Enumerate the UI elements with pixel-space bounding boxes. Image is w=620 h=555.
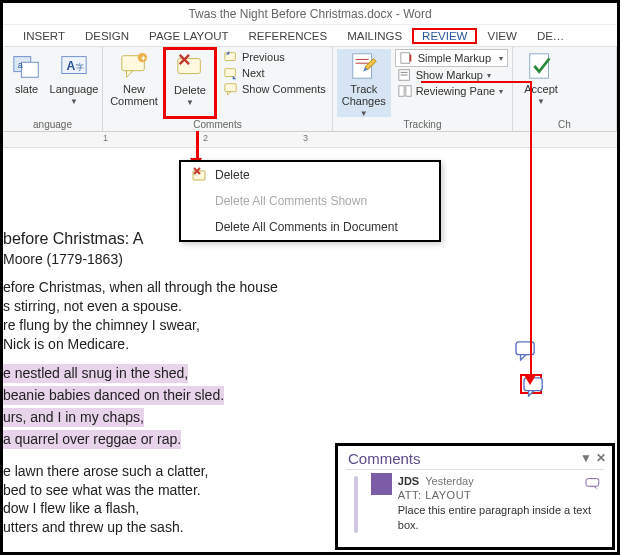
new-comment-label: New Comment — [110, 83, 158, 107]
reply-icon[interactable] — [584, 478, 602, 495]
tab-insert[interactable]: INSERT — [13, 30, 75, 42]
menu-delete-all-shown: Delete All Comments Shown — [181, 188, 439, 214]
accept-button[interactable]: Accept ▼ — [517, 49, 565, 117]
tab-references[interactable]: REFERENCES — [239, 30, 338, 42]
avatar — [371, 473, 392, 495]
chevron-down-icon: ▼ — [70, 97, 78, 106]
ribbon-tabs: INSERT DESIGN PAGE LAYOUT REFERENCES MAI… — [3, 25, 617, 47]
close-icon[interactable]: ✕ — [596, 451, 606, 465]
delete-dropdown-menu: Delete Delete All Comments Shown Delete … — [179, 160, 441, 242]
next-label: Next — [242, 67, 265, 79]
app-window: Twas the Night Before Christmas.docx - W… — [0, 0, 620, 555]
chevron-down-icon: ▼ — [360, 109, 368, 118]
show-comments-icon — [224, 82, 238, 96]
svg-rect-14 — [225, 84, 236, 92]
track-changes-button[interactable]: Track Changes ▼ — [337, 49, 391, 117]
menu-delete-all-shown-label: Delete All Comments Shown — [215, 194, 367, 208]
svg-rect-31 — [586, 478, 599, 486]
tab-review[interactable]: REVIEW — [412, 28, 477, 44]
track-changes-icon — [349, 51, 379, 81]
svg-rect-1 — [21, 62, 38, 77]
new-comment-icon: ✦ — [119, 51, 149, 81]
menu-delete-label: Delete — [215, 168, 250, 182]
reviewing-pane-button[interactable]: Reviewing Pane ▾ — [395, 83, 508, 99]
previous-label: Previous — [242, 51, 285, 63]
translate-label: slate — [15, 83, 38, 95]
next-icon — [224, 66, 238, 80]
chevron-down-icon[interactable]: ▼ — [580, 451, 592, 465]
menu-delete-all-document-label: Delete All Comments in Document — [215, 220, 398, 234]
svg-rect-23 — [399, 86, 404, 97]
ribbon: a slate A字 Language ▼ anguage ✦ — [3, 47, 617, 132]
group-tracking: Track Changes ▼ Simple Markup ▾ Show Mar… — [333, 47, 513, 131]
doc-text-highlighted: beanie babies danced on their sled. — [3, 386, 224, 405]
tab-page-layout[interactable]: PAGE LAYOUT — [139, 30, 238, 42]
previous-comment-button[interactable]: Previous — [221, 49, 329, 65]
tab-mailings[interactable]: MAILINGS — [337, 30, 412, 42]
display-for-review-label: Simple Markup — [418, 52, 491, 64]
doc-text: efore Christmas, when all through the ho… — [3, 278, 617, 297]
group-label-changes: Ch — [513, 119, 616, 130]
language-button[interactable]: A字 Language ▼ — [50, 49, 98, 117]
chevron-down-icon: ▾ — [487, 71, 491, 80]
markup-icon — [400, 51, 414, 65]
delete-comment-icon — [175, 52, 205, 82]
comment-author: JDS — [398, 475, 419, 487]
svg-text:a: a — [17, 60, 23, 70]
tab-view[interactable]: VIEW — [477, 30, 526, 42]
delete-comment-icon — [191, 167, 207, 183]
doc-byline: Moore (1779-1863) — [3, 250, 617, 269]
horizontal-ruler[interactable]: 1 2 3 — [3, 132, 617, 148]
show-markup-label: Show Markup — [416, 69, 483, 81]
svg-rect-9 — [178, 59, 201, 74]
group-changes: Accept ▼ Ch — [513, 47, 617, 131]
menu-delete[interactable]: Delete — [181, 162, 439, 188]
doc-text: s stirring, not even a spouse. — [3, 297, 617, 316]
show-comments-button[interactable]: Show Comments — [221, 81, 329, 97]
group-label-language: anguage — [3, 119, 102, 130]
comment-item[interactable]: JDSYesterday ATT: LAYOUT Place this enti… — [338, 470, 612, 547]
svg-rect-25 — [530, 54, 549, 78]
language-icon: A字 — [59, 51, 89, 81]
chevron-down-icon: ▾ — [499, 87, 503, 96]
translate-button[interactable]: a slate — [7, 49, 46, 117]
svg-text:字: 字 — [76, 62, 84, 72]
tab-design[interactable]: DESIGN — [75, 30, 139, 42]
accept-icon — [526, 51, 556, 81]
new-comment-button[interactable]: ✦ New Comment — [107, 49, 161, 117]
menu-delete-all-document[interactable]: Delete All Comments in Document — [181, 214, 439, 240]
doc-text: re flung by the chimney I swear, — [3, 316, 617, 335]
group-language: a slate A字 Language ▼ anguage — [3, 47, 103, 131]
doc-text-highlighted: e nestled all snug in the shed, — [3, 364, 188, 383]
group-comments: ✦ New Comment Delete ▼ — [103, 47, 333, 131]
svg-rect-24 — [406, 86, 411, 97]
track-changes-label: Track Changes — [341, 83, 387, 107]
svg-rect-18 — [401, 53, 410, 64]
next-comment-button[interactable]: Next — [221, 65, 329, 81]
delete-comment-label: Delete — [174, 84, 206, 96]
chevron-down-icon: ▾ — [499, 54, 503, 63]
display-for-review-dropdown[interactable]: Simple Markup ▾ — [395, 49, 508, 67]
reviewing-pane-icon — [398, 84, 412, 98]
comment-marker-icon[interactable] — [515, 341, 537, 361]
svg-text:✦: ✦ — [140, 53, 147, 63]
comment-attention: ATT: LAYOUT — [398, 488, 602, 503]
annotation-arrow — [530, 81, 532, 381]
comment-time: Yesterday — [425, 475, 474, 487]
svg-text:A: A — [67, 59, 76, 73]
arrow-down-icon — [524, 375, 536, 385]
comment-body-text: Place this entire paragraph inside a tex… — [398, 503, 602, 533]
doc-text-highlighted: urs, and I in my chaps, — [3, 408, 144, 427]
comments-panel: Comments ▼ ✕ JDSYesterday ATT: LAYOUT Pl… — [335, 443, 615, 550]
show-markup-icon — [398, 68, 412, 82]
previous-icon — [224, 50, 238, 64]
annotation-arrow — [421, 81, 531, 83]
annotation-arrow — [196, 131, 199, 161]
group-label-tracking: Tracking — [333, 119, 512, 130]
svg-rect-13 — [225, 69, 236, 77]
reviewing-pane-label: Reviewing Pane — [416, 85, 496, 97]
delete-comment-button[interactable]: Delete ▼ — [166, 50, 214, 109]
chevron-down-icon: ▼ — [537, 97, 545, 106]
translate-icon: a — [12, 51, 42, 81]
tab-developer[interactable]: DE… — [527, 30, 574, 42]
